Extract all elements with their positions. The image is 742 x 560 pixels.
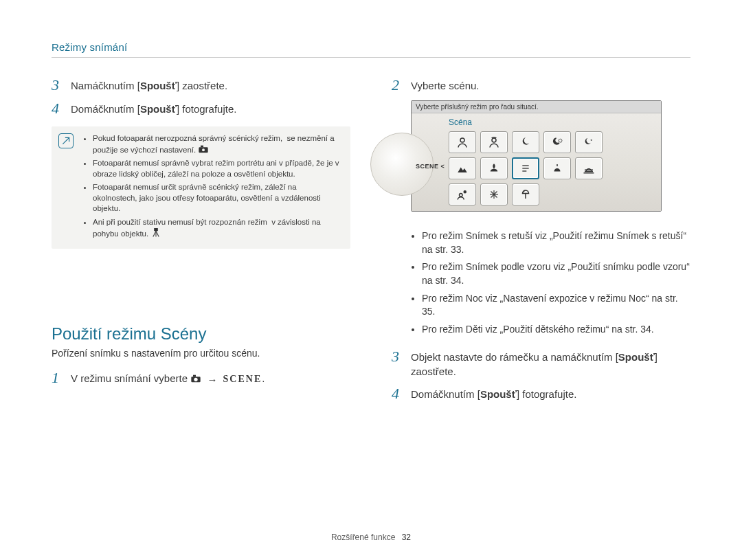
step-3: 3 Namáčknutím [Spoušť] zaostřete.	[52, 77, 350, 93]
scene-beach-snow-icon	[512, 183, 539, 205]
scene-text-icon	[512, 157, 539, 179]
explanation-item: Pro režim Snímek s retuší viz „Použití r…	[422, 229, 690, 256]
svg-point-19	[464, 190, 467, 194]
note-item: Pokud fotoaparát nerozpozná správný scén…	[93, 133, 341, 155]
note-list: Pokud fotoaparát nerozpozná správný scén…	[82, 133, 341, 242]
scene-night2-icon	[575, 131, 603, 153]
explanation-item: Pro režim Noc viz „Nastavení expozice v …	[422, 292, 690, 319]
svg-point-20	[460, 194, 463, 197]
section-title: Použití režimu Scény	[52, 324, 350, 344]
step-number: 2	[392, 77, 411, 93]
step-number: 1	[52, 370, 71, 386]
scene-macro-icon	[480, 157, 508, 179]
step-3-right: 3 Objekt nastavte do rámečku a namáčknut…	[392, 348, 690, 379]
scene-night-icon	[543, 131, 571, 153]
note-box: Pokud fotoaparát nerozpozná správný scén…	[52, 126, 350, 249]
step-1: 1 V režimu snímání vyberte → SCENE.	[52, 370, 350, 387]
explanation-item: Pro režim Děti viz „Použití dětského rež…	[422, 323, 690, 337]
step-text: Domáčknutím [Spoušť] fotografujte.	[411, 385, 576, 401]
step-number: 3	[392, 348, 411, 365]
step-text: V režimu snímání vyberte → SCENE.	[71, 370, 265, 387]
scene-dawn-icon	[575, 157, 603, 179]
svg-point-11	[492, 138, 496, 142]
svg-point-10	[460, 138, 464, 142]
left-column: 3 Namáčknutím [Spoušť] zaostřete. 4 Domá…	[52, 77, 350, 410]
footer-section: Rozšířené funkce	[331, 533, 395, 542]
svg-point-2	[202, 148, 205, 151]
step-number: 4	[392, 385, 411, 402]
scene-children-icon	[480, 131, 508, 153]
scene-firework-icon	[480, 183, 508, 205]
scene-landscape-icon	[449, 157, 476, 179]
page-number: 32	[402, 533, 411, 542]
section-desc: Pořízení snímku s nastavením pro určitou…	[52, 348, 350, 359]
smart-auto-icon	[198, 146, 209, 154]
note-item: Ani při použití stativu nemusí být rozpo…	[93, 217, 341, 239]
explanation-item: Pro režim Snímek podle vzoru viz „Použit…	[422, 260, 690, 287]
scene-night-portrait-icon	[512, 131, 539, 153]
scene-label: SCENE	[223, 374, 262, 384]
scene-sunset-icon	[543, 157, 571, 179]
step-4-right: 4 Domáčknutím [Spoušť] fotografujte.	[392, 385, 690, 402]
note-icon	[58, 133, 74, 148]
note-item: Fotoaparát nemusí určit správně scénický…	[93, 182, 341, 214]
scene-indicator: SCENE <	[416, 163, 445, 170]
svg-point-9	[194, 378, 198, 381]
step-2: 2 Vyberte scénu.	[392, 77, 690, 93]
note-item: Fotoaparát nemusí správně vybrat režim p…	[93, 158, 341, 179]
scene-grid	[449, 131, 655, 205]
step-text: Namáčknutím [Spoušť] zaostřete.	[71, 77, 227, 93]
scene-portrait-icon	[449, 131, 476, 153]
step-number: 4	[52, 100, 71, 117]
display-hint: Vyberte příslušný režim pro řadu situací…	[412, 101, 661, 113]
right-column: 2 Vyberte scénu. Vyberte příslušný režim…	[392, 77, 690, 410]
svg-rect-1	[201, 146, 203, 148]
tripod-icon	[150, 229, 161, 238]
svg-rect-3	[155, 228, 159, 231]
breadcrumb: Režimy snímání	[52, 41, 690, 58]
step-text: Objekt nastavte do rámečku a namáčknutím…	[411, 348, 690, 379]
explanation-list: Pro režim Snímek s retuší viz „Použití r…	[392, 229, 690, 336]
svg-line-4	[153, 231, 156, 236]
display-mode-label: Scéna	[449, 117, 655, 127]
step-text: Domáčknutím [Spoušť] fotografujte.	[71, 100, 236, 116]
scene-backlight-icon	[449, 183, 476, 205]
svg-rect-8	[193, 375, 196, 377]
step-4: 4 Domáčknutím [Spoušť] fotografujte.	[52, 100, 350, 117]
page-footer: Rozšířené funkce 32	[0, 533, 742, 542]
camera-display: Vyberte příslušný režim pro řadu situací…	[411, 100, 662, 212]
svg-line-6	[156, 231, 159, 236]
camera-icon	[190, 372, 204, 384]
step-number: 3	[52, 77, 71, 93]
step-text: Vyberte scénu.	[411, 77, 480, 93]
arrow-right-icon: →	[207, 372, 217, 387]
